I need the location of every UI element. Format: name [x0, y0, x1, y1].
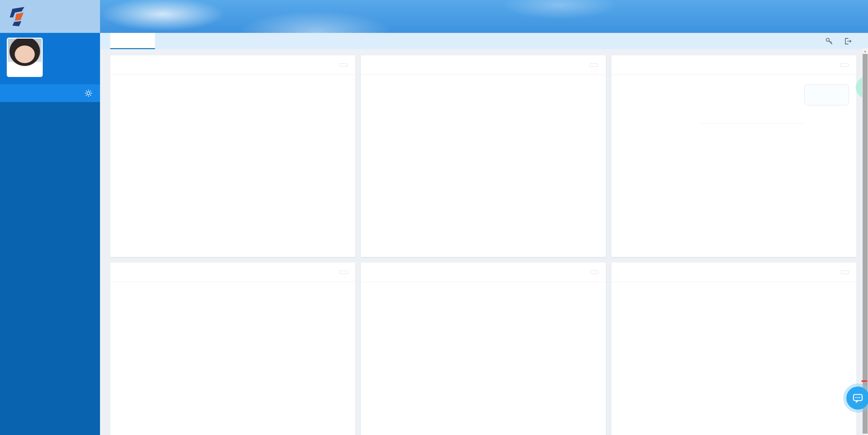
- more-button-notices[interactable]: [339, 63, 348, 67]
- tab-daily-work[interactable]: [110, 33, 155, 49]
- logout-icon[interactable]: [843, 37, 852, 46]
- more-button-attendance[interactable]: [840, 63, 849, 67]
- panel-lease-funnel-chart: [611, 262, 856, 435]
- attendance-divider: [699, 123, 805, 123]
- top-navbar: [0, 0, 868, 33]
- sidebar: [0, 33, 100, 435]
- chat-button[interactable]: [846, 387, 868, 410]
- notice-list: [110, 75, 355, 77]
- scrollbar-thumb[interactable]: [863, 54, 868, 434]
- fanpu-logo-icon: [7, 5, 29, 28]
- more-button-direct-cost[interactable]: [339, 271, 348, 274]
- panel-attendance: [611, 55, 856, 257]
- panel-indirect-cost-chart: [361, 262, 606, 435]
- chat-bubble-icon: [852, 392, 864, 404]
- funnel-band-lease-settlement[interactable]: [632, 398, 856, 435]
- app-logo: [0, 0, 100, 33]
- panel-news: [361, 55, 606, 257]
- funnel-band-lease-payment[interactable]: [632, 349, 856, 397]
- more-button-news[interactable]: [590, 63, 598, 67]
- chat-unread-badge: [861, 380, 867, 382]
- vertical-scrollbar[interactable]: ▲: [862, 48, 868, 435]
- direct-cost-donut-chart[interactable]: [110, 282, 355, 435]
- panel-direct-cost-chart: [110, 262, 355, 435]
- scrollbar-up-arrow[interactable]: ▲: [862, 48, 868, 54]
- more-button-indirect-cost[interactable]: [590, 271, 598, 274]
- indirect-cost-donut-chart[interactable]: [361, 282, 606, 435]
- user-profile: [0, 33, 100, 84]
- funnel-band-lease-contract[interactable]: [632, 300, 856, 348]
- tab-bar: [100, 33, 868, 49]
- panel-notices: [110, 55, 355, 257]
- gear-icon[interactable]: [84, 88, 93, 98]
- news-list: [361, 75, 606, 80]
- avatar: [7, 38, 43, 77]
- update-checkout-button[interactable]: [804, 84, 849, 105]
- key-icon[interactable]: [825, 37, 834, 46]
- lease-funnel-chart[interactable]: [632, 300, 856, 435]
- more-button-lease-funnel[interactable]: [840, 271, 849, 274]
- portal-section-header: [0, 84, 100, 102]
- dashboard-content: [100, 49, 868, 435]
